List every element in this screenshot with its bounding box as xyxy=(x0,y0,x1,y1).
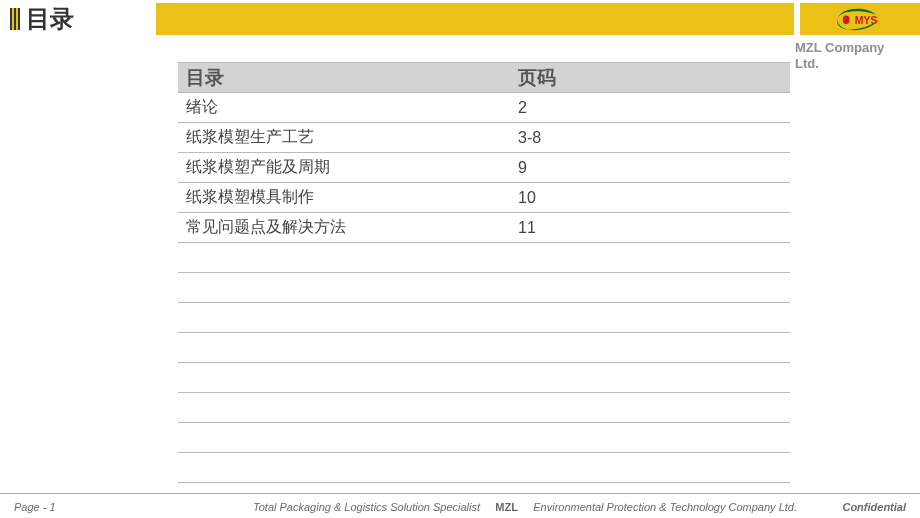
toc-page: 11 xyxy=(510,213,790,242)
toc-page: 9 xyxy=(510,153,790,182)
toc-title xyxy=(178,303,510,332)
toc-header-title: 目录 xyxy=(178,63,510,92)
table-row: 纸浆模塑产能及周期 9 xyxy=(178,153,790,183)
toc-page xyxy=(510,363,790,392)
slide-title: 目录 xyxy=(26,3,74,35)
table-row: 纸浆模塑模具制作 10 xyxy=(178,183,790,213)
toc-page xyxy=(510,303,790,332)
top-bar: 目录 MYS xyxy=(0,3,920,35)
table-row xyxy=(178,333,790,363)
toc-title xyxy=(178,453,510,482)
toc-page: 2 xyxy=(510,93,790,122)
toc-table: 目录 页码 绪论 2 纸浆模塑生产工艺 3-8 纸浆模塑产能及周期 9 纸浆模塑… xyxy=(178,62,790,483)
toc-title: 常见问题点及解决方法 xyxy=(178,213,510,242)
toc-title xyxy=(178,243,510,272)
toc-page xyxy=(510,243,790,272)
footer: Page - 1 Total Packaging & Logistics Sol… xyxy=(0,496,920,518)
confidential-label: Confidential xyxy=(800,501,920,513)
toc-title xyxy=(178,423,510,452)
toc-page xyxy=(510,423,790,452)
toc-page xyxy=(510,393,790,422)
mys-logo-icon: MYS xyxy=(833,6,887,32)
footer-center-right: Environmental Protection & Technology Co… xyxy=(533,501,797,513)
footer-divider xyxy=(0,493,920,494)
company-name: MZL Company Ltd. xyxy=(795,40,910,71)
table-row: 绪论 2 xyxy=(178,93,790,123)
logo-text: MYS xyxy=(855,15,878,26)
footer-center-bold: MZL xyxy=(495,501,518,513)
toc-title xyxy=(178,393,510,422)
toc-page xyxy=(510,333,790,362)
table-row xyxy=(178,453,790,483)
table-row xyxy=(178,363,790,393)
page-number: Page - 1 xyxy=(0,501,250,513)
toc-title xyxy=(178,273,510,302)
toc-header-row: 目录 页码 xyxy=(178,63,790,93)
table-row xyxy=(178,423,790,453)
table-row: 常见问题点及解决方法 11 xyxy=(178,213,790,243)
toc-page: 10 xyxy=(510,183,790,212)
toc-page xyxy=(510,453,790,482)
title-stripe-icon xyxy=(10,8,20,30)
company-logo: MYS xyxy=(800,3,920,35)
toc-title xyxy=(178,363,510,392)
toc-title: 纸浆模塑模具制作 xyxy=(178,183,510,212)
toc-title: 纸浆模塑产能及周期 xyxy=(178,153,510,182)
table-row xyxy=(178,273,790,303)
svg-point-0 xyxy=(843,16,850,25)
toc-title xyxy=(178,333,510,362)
footer-center-left: Total Packaging & Logistics Solution Spe… xyxy=(253,501,480,513)
table-row xyxy=(178,303,790,333)
title-block: 目录 xyxy=(0,3,150,35)
top-accent-bar xyxy=(156,3,794,35)
toc-header-page: 页码 xyxy=(510,63,790,92)
footer-center: Total Packaging & Logistics Solution Spe… xyxy=(250,501,800,513)
table-row: 纸浆模塑生产工艺 3-8 xyxy=(178,123,790,153)
table-row xyxy=(178,243,790,273)
table-row xyxy=(178,393,790,423)
toc-title: 绪论 xyxy=(178,93,510,122)
toc-title: 纸浆模塑生产工艺 xyxy=(178,123,510,152)
toc-page xyxy=(510,273,790,302)
toc-page: 3-8 xyxy=(510,123,790,152)
